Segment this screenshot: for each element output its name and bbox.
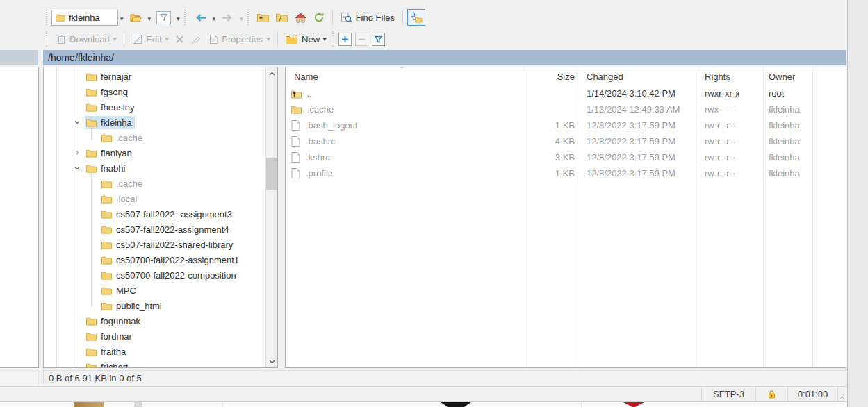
tree-node[interactable]: fraitha xyxy=(85,345,129,358)
download-button[interactable]: Download ▾ xyxy=(51,31,120,47)
toolbar-grip[interactable] xyxy=(247,10,250,25)
tree-node[interactable]: frichert xyxy=(85,360,131,368)
toolbar-grip[interactable] xyxy=(183,10,187,25)
scroll-down-button[interactable] xyxy=(266,356,278,367)
tree-item-fnabhi[interactable]: fnabhi xyxy=(44,160,265,176)
remove-button[interactable] xyxy=(355,33,368,46)
refresh-button[interactable] xyxy=(310,9,328,26)
tree-item-fogunmak[interactable]: fogunmak xyxy=(44,313,265,329)
encryption-lock-cell[interactable] xyxy=(755,387,787,401)
tree-node[interactable]: cs50700-fall2022-composition xyxy=(100,269,239,282)
rename-button[interactable] xyxy=(188,32,206,47)
tree-node[interactable]: fogunmak xyxy=(85,315,143,328)
tree-item-fordmar[interactable]: fordmar xyxy=(44,329,265,344)
local-file-panel[interactable] xyxy=(0,67,39,368)
tree-item-cs507-fall2022-assignment4[interactable]: cs507-fall2022-assignment4 xyxy=(44,222,265,237)
file-row--[interactable]: ..1/14/2024 3:10:42 PMrwxr-xr-xroot xyxy=(286,85,846,101)
tree-item-cs507-fall2022-shared-library[interactable]: cs507-fall2022-shared-library xyxy=(44,237,265,252)
forward-button[interactable] xyxy=(218,10,238,25)
file-changed: 12/8/2022 3:17:59 PM xyxy=(578,120,698,131)
open-directory-dropdown-button[interactable]: ▾ xyxy=(146,11,154,24)
new-button[interactable]: New ▾ xyxy=(282,31,330,47)
toolbar-grip[interactable] xyxy=(331,31,335,47)
file-row--bash-logout[interactable]: .bash_logout1 KB12/8/2022 3:17:59 PMrw-r… xyxy=(286,117,846,133)
back-button[interactable] xyxy=(190,10,211,25)
toolbar-grip[interactable] xyxy=(44,31,48,47)
tree-item-fgsong[interactable]: fgsong xyxy=(44,84,265,99)
parent-directory-button[interactable] xyxy=(254,10,272,25)
tree-item-cs50700-fall2022-composition[interactable]: cs50700-fall2022-composition xyxy=(44,267,265,283)
tree-view-toggle-button[interactable] xyxy=(407,9,425,26)
back-dropdown-button[interactable]: ▾ xyxy=(211,11,218,24)
remote-path-bar[interactable]: /home/fkleinha/ xyxy=(43,50,846,65)
location-dropdown-button[interactable]: ▾ xyxy=(118,11,126,24)
scrollbar-thumb[interactable] xyxy=(266,158,278,190)
local-path-bar[interactable] xyxy=(0,50,38,65)
tree-scrollbar[interactable] xyxy=(265,67,277,367)
tree-item-fhensley[interactable]: fhensley xyxy=(44,99,265,115)
tree-item--local[interactable]: .local xyxy=(44,191,265,206)
chevron-down-icon[interactable] xyxy=(72,117,83,128)
tree-node[interactable]: cs507-fall2022--assignment3 xyxy=(100,208,235,221)
tree-node[interactable]: fkleinha xyxy=(85,116,135,129)
file-row--cache[interactable]: .cache1/13/2024 12:49:33 AMrwx------fkle… xyxy=(286,101,846,117)
toolbar-grip[interactable] xyxy=(44,10,48,25)
tree-item-flaniyan[interactable]: flaniyan xyxy=(44,145,265,160)
tree-node[interactable]: .cache xyxy=(100,177,145,190)
folder-icon xyxy=(86,149,97,158)
remote-file-panel[interactable]: ˆ Name Size Changed Rights Owner ..1/14/… xyxy=(285,67,846,368)
remote-path: /home/fkleinha/ xyxy=(48,52,114,63)
tree-item--cache[interactable]: .cache xyxy=(44,130,265,145)
tree-item--cache[interactable]: .cache xyxy=(44,176,265,191)
tree-node[interactable]: cs507-fall2022-assignment4 xyxy=(100,223,232,236)
filter-button[interactable] xyxy=(153,8,174,27)
add-button[interactable] xyxy=(338,33,352,46)
tree-node[interactable]: fgsong xyxy=(85,85,131,99)
column-header-size[interactable]: Size xyxy=(557,72,578,82)
delete-button[interactable] xyxy=(172,32,188,47)
tree-item-public-html[interactable]: public_html xyxy=(44,298,265,313)
scroll-up-button[interactable] xyxy=(266,67,278,79)
properties-button[interactable]: Properties ▾ xyxy=(206,31,273,47)
tree-node[interactable]: .cache xyxy=(100,131,145,144)
filter-files-button[interactable] xyxy=(372,33,385,46)
column-header-changed[interactable]: Changed xyxy=(578,72,698,82)
tree-node[interactable]: public_html xyxy=(100,299,165,313)
tree-node[interactable]: cs50700-fall2022-assignment1 xyxy=(100,254,242,267)
tree-node[interactable]: fhensley xyxy=(85,101,137,114)
protocol-badge[interactable]: SFTP-3 xyxy=(701,387,755,401)
session-duration[interactable]: 0:01:00 xyxy=(787,387,837,401)
find-files-button[interactable]: Find Files xyxy=(337,9,398,26)
tree-item-frichert[interactable]: frichert xyxy=(44,359,265,367)
tree-item-cs507-fall2022-assignment3[interactable]: cs507-fall2022--assignment3 xyxy=(44,206,265,222)
tree-item-fkleinha[interactable]: fkleinha xyxy=(44,115,265,130)
tree-node[interactable]: .local xyxy=(100,192,140,206)
tree-node[interactable]: fordmar xyxy=(85,330,135,343)
tree-item-fernajar[interactable]: fernajar xyxy=(44,69,265,84)
tree-item-mpc[interactable]: MPC xyxy=(44,283,265,298)
chevron-right-icon[interactable] xyxy=(72,147,83,158)
file-row--bashrc[interactable]: .bashrc4 KB12/8/2022 3:17:59 PMrw-r--r--… xyxy=(286,133,846,149)
tree-node[interactable]: cs507-fall2022-shared-library xyxy=(100,238,236,251)
filter-dropdown-button[interactable]: ▾ xyxy=(174,11,182,24)
tree-node[interactable]: fnabhi xyxy=(85,162,128,175)
home-directory-button[interactable] xyxy=(291,10,310,26)
file-row--profile[interactable]: .profile1 KB12/8/2022 3:17:59 PMrw-r--r-… xyxy=(286,165,846,181)
edit-button[interactable]: Edit ▾ xyxy=(129,31,172,47)
open-directory-button[interactable] xyxy=(126,10,146,26)
directory-tree-panel[interactable]: fernajarfgsongfhensleyfkleinha.cacheflan… xyxy=(43,67,278,368)
location-combobox[interactable]: fkleinha xyxy=(51,10,118,26)
tree-item-cs50700-fall2022-assignment1[interactable]: cs50700-fall2022-assignment1 xyxy=(44,252,265,267)
chevron-down-icon[interactable] xyxy=(72,163,83,174)
column-header-name[interactable]: Name xyxy=(286,72,525,82)
tree-item-fraitha[interactable]: fraitha xyxy=(44,344,265,359)
column-header-rights[interactable]: Rights xyxy=(698,72,763,82)
tree-node[interactable]: flaniyan xyxy=(85,147,135,160)
root-directory-button[interactable]: / xyxy=(272,10,291,25)
forward-dropdown-button[interactable]: ▾ xyxy=(238,11,245,24)
resize-grip[interactable] xyxy=(837,387,847,401)
tree-node[interactable]: fernajar xyxy=(85,70,134,83)
column-header-owner[interactable]: Owner xyxy=(763,72,812,82)
file-row--kshrc[interactable]: .kshrc3 KB12/8/2022 3:17:59 PMrw-r--r--f… xyxy=(286,149,846,165)
tree-node[interactable]: MPC xyxy=(100,284,139,297)
